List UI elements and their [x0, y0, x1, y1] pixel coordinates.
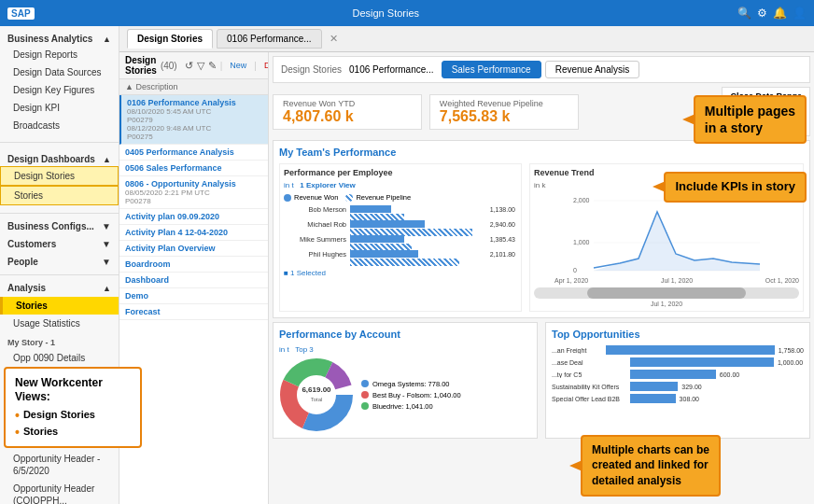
sidebar-item-design-kpi[interactable]: Design KPI — [0, 99, 119, 117]
refresh-icon[interactable]: ↺ — [185, 60, 193, 72]
list-row-0405[interactable]: 0405 Performance Analysis — [119, 145, 268, 161]
search-icon[interactable]: 🔍 — [737, 7, 751, 20]
kpi-weighted-label: Weighted Revenue Pipeline — [440, 99, 568, 108]
filter-icon[interactable]: ▽ — [197, 60, 204, 72]
workcenter-callout: New Workcenter Views: • Design Stories •… — [4, 367, 142, 448]
sidebar-item-stories-sub[interactable]: Stories — [0, 297, 119, 315]
kpi-weighted-value: 7,565.83 k — [440, 108, 568, 125]
sidebar-item-design-data-sources[interactable]: Design Data Sources — [0, 63, 119, 81]
list-row-0806[interactable]: 0806 - Opportunity Analysis 08/05/2020 2… — [119, 176, 268, 209]
edit-icon[interactable]: ✎ — [208, 60, 217, 72]
top-opportunities-section: Top Opportunities ...an Freight 1,758.00… — [545, 322, 810, 439]
list-row-boardroom[interactable]: Boardroom — [119, 257, 268, 273]
user-icon[interactable]: 👤 — [793, 7, 807, 20]
main-content: Design Stories 0106 Performance... Sales… — [269, 52, 814, 504]
legend-dot-won — [284, 194, 291, 202]
delete-button[interactable]: Delete — [260, 60, 269, 71]
callout-arrow-kpis — [653, 181, 666, 192]
tab-performance-analysis[interactable]: 0106 Performance... — [217, 29, 322, 49]
list-row-demo[interactable]: Demo — [119, 288, 268, 304]
bar-value-bob: 1,138.00 — [490, 206, 515, 213]
list-row-dashboard[interactable]: Dashboard — [119, 273, 268, 288]
tab-close[interactable]: ✕ — [330, 33, 338, 45]
workcenter-title: New Workcenter Views: — [15, 376, 131, 405]
bar-won-michael — [350, 220, 425, 228]
legend-dot-pipeline — [345, 194, 353, 202]
trend-slider[interactable] — [534, 287, 799, 299]
donut-legend: Omega Systems: 778.00 Best Buy - Folsom:… — [361, 380, 461, 411]
list-row-activity-overview[interactable]: Activity Plan Overview — [119, 241, 268, 257]
sidebar-header-dashboards[interactable]: Design Dashboards ▲ — [0, 150, 119, 166]
kpi-revenue-won-label: Revenue Won YTD — [283, 99, 412, 108]
list-panel: Design Stories (40) ↺ ▽ ✎ | New | Delete… — [119, 52, 269, 504]
kpi-weighted-revenue: Weighted Revenue Pipeline 7,565.83 k — [429, 94, 579, 130]
tab-sales-performance[interactable]: Sales Performance — [442, 61, 541, 78]
sidebar-header-analysis[interactable]: Analysis▲ — [0, 279, 119, 297]
bar-pipeline-phil — [350, 259, 459, 266]
settings-icon[interactable]: ⚙ — [757, 7, 767, 20]
bar-chart: Bob Merson 1,138.00 Michael Rob — [284, 202, 517, 265]
bar-value-phil: 2,101.80 — [490, 251, 515, 258]
story-header: Design Stories 0106 Performance... Sales… — [273, 56, 810, 83]
sap-header: SAP Design Stories 🔍 ⚙ 🔔 👤 — [0, 0, 814, 26]
content-area: Design Stories 0106 Performance... ✕ Des… — [119, 26, 814, 504]
kpi-revenue-won: Revenue Won YTD 4,807.60 k — [273, 94, 422, 130]
svg-point-10 — [288, 367, 344, 423]
sidebar-item-business-configs[interactable]: Business Configs...▼ — [0, 217, 119, 235]
collapse-icon-3: ▲ — [103, 284, 111, 293]
selected-count: ■ 1 Selected — [284, 269, 517, 277]
trend-slider-fill — [587, 287, 746, 299]
callout-arrow-charts — [569, 460, 582, 471]
list-row-0106[interactable]: 0106 Performance Analysis 08/10/2020 5:4… — [119, 95, 268, 145]
list-row-forecast[interactable]: Forecast — [119, 304, 268, 320]
bar-value-michael: 2,940.60 — [490, 221, 515, 228]
horiz-bar-special: Special Offer Lead B2B 308.00 — [552, 394, 804, 403]
trend-slider-label: Jul 1, 2020 — [534, 301, 799, 307]
bar-row-mike: Mike Summers 1,385.43 — [286, 233, 515, 245]
horiz-bar-fill-sustainability — [630, 382, 678, 391]
sidebar-item-usage-statistics[interactable]: Usage Statistics — [0, 315, 119, 332]
bar-row-michael: Michael Rob 2,940.60 — [286, 218, 515, 230]
tab-revenue-analysis[interactable]: Revenue Analysis — [545, 61, 640, 78]
horiz-bar-freight: ...an Freight 1,758.00 — [552, 345, 804, 355]
list-row-0506[interactable]: 0506 Sales Performance — [119, 161, 268, 176]
list-row-activity-plan-4[interactable]: Activity Plan 4 12-04-2020 — [119, 225, 268, 241]
callout-include-kpis: Include KPIs in story — [664, 172, 807, 203]
bullet-dot-2: • — [15, 426, 20, 439]
revenue-trend-x-labels: Apr 1, 2020 Jul 1, 2020 Oct 1, 2020 — [534, 277, 799, 284]
sidebar-item-customers[interactable]: Customers▼ — [0, 235, 119, 253]
bottom-charts-row: Performance by Account in t Top 3 6,619.… — [273, 322, 810, 439]
sidebar-section-dashboards: Design Dashboards ▲ Design Stories Stori… — [0, 147, 119, 209]
sidebar-item-people[interactable]: People▼ — [0, 253, 119, 271]
horiz-bar-c5: ...ty for C5 600.00 — [552, 370, 804, 379]
sidebar-item-broadcasts[interactable]: Broadcasts — [0, 117, 119, 134]
story-opp-header-2[interactable]: Opportunity Header - 6/5/2020 — [0, 450, 119, 480]
top-opp-bars: ...an Freight 1,758.00 ...ase Deal 1,000… — [552, 345, 804, 403]
bar-won-phil — [350, 250, 418, 258]
legend-revenue-won: Revenue Won — [284, 193, 338, 202]
list-row-activity-plan[interactable]: Activity plan 09.09.2020 — [119, 209, 268, 225]
list-count: (40) — [161, 61, 177, 71]
header-icons: 🔍 ⚙ 🔔 👤 — [737, 7, 807, 20]
kpi-revenue-won-value: 4,807.60 k — [283, 108, 412, 125]
legend-revenue-pipeline: Revenue Pipeline — [345, 193, 411, 202]
callout-multiple-pages: Multiple pagesin a story — [694, 95, 807, 144]
revenue-trend-area: 2,000 1,000 0 — [534, 193, 799, 277]
bell-icon[interactable]: 🔔 — [773, 7, 787, 20]
new-button[interactable]: New — [226, 60, 250, 71]
top-opp-title: Top Opportunities — [552, 329, 804, 340]
bar-label-mike: Mike Summers — [286, 235, 346, 244]
tab-design-stories[interactable]: Design Stories — [127, 29, 213, 49]
sidebar-item-design-reports[interactable]: Design Reports — [0, 46, 119, 63]
perf-by-account-section: Performance by Account in t Top 3 6,619.… — [273, 322, 538, 439]
horiz-bar-deal: ...ase Deal 1,000.00 — [552, 357, 804, 367]
sidebar-item-design-stories[interactable]: Design Stories — [0, 166, 119, 186]
story-opp-header-3[interactable]: Opportunity Header (COIOPPH... — [0, 480, 119, 504]
story-tabs: Sales Performance Revenue Analysis — [442, 61, 640, 78]
sidebar-header-analytics[interactable]: Business Analytics ▲ — [0, 30, 119, 46]
sidebar-item-stories[interactable]: Stories — [0, 186, 119, 205]
bar-won-bob — [350, 205, 391, 213]
explorer-view: in t 1 Explorer View — [284, 181, 517, 189]
story-opp-0090[interactable]: Opp 0090 Details — [0, 349, 119, 367]
sidebar-item-design-key-figures[interactable]: Design Key Figures — [0, 81, 119, 99]
